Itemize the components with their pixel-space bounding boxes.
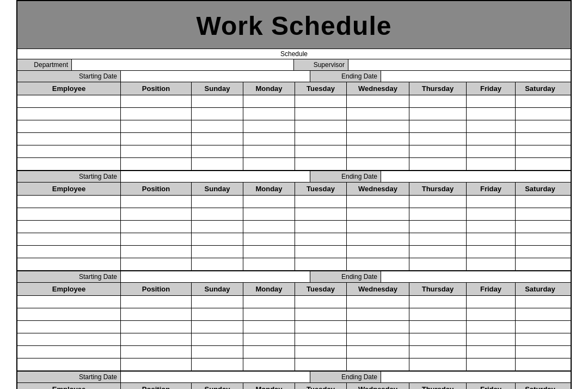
table-row [17, 145, 571, 158]
section-4-dates: Starting Date Ending Date [17, 372, 571, 383]
department-label: Department [17, 59, 72, 70]
col-employee-4: Employee [17, 383, 121, 389]
ending-date-value-1[interactable] [381, 71, 571, 82]
schedule-label: Schedule [17, 48, 571, 59]
starting-date-label-2: Starting Date [17, 171, 121, 182]
table-row [17, 258, 571, 270]
department-value[interactable] [72, 59, 294, 70]
section-2-dates: Starting Date Ending Date [17, 171, 571, 183]
table-row [17, 358, 571, 370]
section-1-dates: Starting Date Ending Date [17, 71, 571, 82]
col-saturday-2: Saturday [516, 183, 565, 195]
col-friday-2: Friday [467, 183, 516, 195]
col-saturday-3: Saturday [516, 283, 565, 295]
section-4-header: Employee Position Sunday Monday Tuesday … [17, 383, 571, 389]
table-row [17, 296, 571, 308]
table-row [17, 120, 571, 133]
starting-date-label-1: Starting Date [17, 71, 121, 82]
table-row [17, 196, 571, 208]
col-sunday-1: Sunday [192, 82, 243, 95]
col-tuesday-4: Tuesday [295, 383, 347, 389]
col-thursday-1: Thursday [409, 82, 467, 95]
table-row [17, 221, 571, 233]
col-sunday-3: Sunday [192, 283, 243, 295]
ending-date-value-2[interactable] [381, 171, 571, 182]
col-friday-3: Friday [467, 283, 516, 295]
section-3-dates: Starting Date Ending Date [17, 271, 571, 283]
table-row [17, 233, 571, 246]
col-saturday-4: Saturday [516, 383, 565, 389]
col-friday-1: Friday [467, 82, 516, 95]
section-2: Starting Date Ending Date Employee Posit… [17, 171, 571, 271]
dept-supervisor-row: Department Supervisor [17, 59, 571, 71]
col-thursday-3: Thursday [409, 283, 467, 295]
section-1: Starting Date Ending Date Employee Posit… [17, 71, 571, 171]
table-row [17, 208, 571, 221]
col-monday-3: Monday [243, 283, 295, 295]
page-title: Work Schedule [17, 11, 571, 41]
starting-date-label-3: Starting Date [17, 271, 121, 282]
col-wednesday-4: Wednesday [347, 383, 409, 389]
col-sunday-2: Sunday [192, 183, 243, 195]
col-wednesday-2: Wednesday [347, 183, 409, 195]
col-friday-4: Friday [467, 383, 516, 389]
col-sunday-4: Sunday [192, 383, 243, 389]
col-position-4: Position [121, 383, 192, 389]
ending-date-label-3: Ending Date [310, 271, 381, 282]
col-monday-2: Monday [243, 183, 295, 195]
col-position-3: Position [121, 283, 192, 295]
table-row [17, 158, 571, 170]
supervisor-value[interactable] [348, 59, 571, 70]
supervisor-label: Supervisor [294, 59, 348, 70]
starting-date-value-2[interactable] [121, 171, 310, 182]
ending-date-label-2: Ending Date [310, 171, 381, 182]
col-thursday-4: Thursday [409, 383, 467, 389]
table-row [17, 108, 571, 120]
starting-date-value-4[interactable] [121, 372, 310, 382]
col-thursday-2: Thursday [409, 183, 467, 195]
table-row [17, 95, 571, 108]
starting-date-value-1[interactable] [121, 71, 310, 82]
table-row [17, 133, 571, 145]
table-row [17, 321, 571, 333]
ending-date-label-4: Ending Date [310, 372, 381, 382]
col-tuesday-2: Tuesday [295, 183, 347, 195]
col-monday-4: Monday [243, 383, 295, 389]
ending-date-value-3[interactable] [381, 271, 571, 282]
col-tuesday-1: Tuesday [295, 82, 347, 95]
section-3-header: Employee Position Sunday Monday Tuesday … [17, 283, 571, 296]
section-1-header: Employee Position Sunday Monday Tuesday … [17, 82, 571, 95]
ending-date-label-1: Ending Date [310, 71, 381, 82]
table-row [17, 333, 571, 346]
schedule-container: Work Schedule Schedule Department Superv… [16, 0, 572, 389]
starting-date-label-4: Starting Date [17, 372, 121, 382]
section-3: Starting Date Ending Date Employee Posit… [17, 271, 571, 372]
col-position-1: Position [121, 82, 192, 95]
col-employee-3: Employee [17, 283, 121, 295]
section-2-header: Employee Position Sunday Monday Tuesday … [17, 183, 571, 196]
col-wednesday-1: Wednesday [347, 82, 409, 95]
table-row [17, 246, 571, 258]
table-row [17, 346, 571, 358]
col-wednesday-3: Wednesday [347, 283, 409, 295]
title-row: Work Schedule [17, 1, 571, 48]
col-position-2: Position [121, 183, 192, 195]
col-employee-1: Employee [17, 82, 121, 95]
col-monday-1: Monday [243, 82, 295, 95]
section-4: Starting Date Ending Date Employee Posit… [17, 372, 571, 389]
col-saturday-1: Saturday [516, 82, 565, 95]
starting-date-value-3[interactable] [121, 271, 310, 282]
ending-date-value-4[interactable] [381, 372, 571, 382]
table-row [17, 308, 571, 321]
col-employee-2: Employee [17, 183, 121, 195]
col-tuesday-3: Tuesday [295, 283, 347, 295]
